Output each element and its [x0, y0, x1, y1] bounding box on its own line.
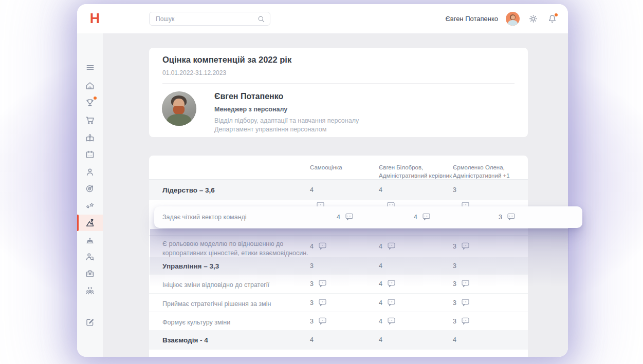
- comment-icon[interactable]: [507, 213, 515, 221]
- column-header-self: Самооцінка: [310, 163, 342, 171]
- assessment-header-card: Оцінка компетенцій за 2022 рік 01.01.202…: [149, 48, 528, 137]
- user-cluster: Євген Потапенко: [445, 4, 558, 33]
- comment-icon[interactable]: [319, 242, 326, 250]
- mountain-flag-icon[interactable]: [77, 215, 103, 231]
- score-value: 4: [379, 280, 383, 288]
- search-input[interactable]: [150, 15, 257, 23]
- score-value: 4: [379, 318, 383, 325]
- score-value: 3: [453, 186, 457, 194]
- table-row-category[interactable]: Управління – 3,3 3 4 3: [149, 257, 528, 275]
- score-value: 3: [453, 262, 457, 270]
- competency-table-card: Самооцінка Євген Білобров,Адміністративн…: [149, 156, 528, 357]
- score-value: 4: [337, 214, 341, 221]
- cart-icon[interactable]: [77, 112, 103, 128]
- table-row-category[interactable]: Лідерство – 3,6 4 4 3: [149, 180, 528, 200]
- calendar-icon[interactable]: [77, 146, 103, 163]
- sidebar: [77, 33, 103, 357]
- team-growth-icon[interactable]: [77, 282, 103, 299]
- employee-name: Євген Потапенко: [214, 92, 283, 101]
- global-search: [149, 12, 270, 26]
- score-value: 4: [310, 243, 314, 250]
- employee-position: Менеджер з персоналу: [214, 106, 287, 113]
- comment-icon[interactable]: [462, 299, 469, 306]
- score-value: 3: [310, 299, 314, 306]
- comment-icon[interactable]: [422, 213, 430, 221]
- table-row-criterion[interactable]: Формує культуру зміни 3 4 3: [149, 312, 528, 330]
- app-logo[interactable]: H: [86, 10, 103, 27]
- comment-icon[interactable]: [388, 299, 395, 306]
- search-icon: [257, 15, 265, 23]
- dragged-criterion-label: Задає чіткий вектор команді: [162, 214, 247, 221]
- home-icon[interactable]: [77, 78, 103, 94]
- content-area: Оцінка компетенцій за 2022 рік 01.01.202…: [103, 33, 568, 357]
- score-value: 4: [310, 186, 314, 194]
- trophy-icon[interactable]: [77, 94, 103, 111]
- table-row-category[interactable]: Взаємодія - 4 4 4 4: [149, 330, 528, 350]
- score-value: 4: [379, 299, 383, 306]
- score-value: 4: [453, 336, 457, 343]
- divider: [162, 83, 515, 84]
- score-value: 4: [379, 243, 383, 250]
- book-reader-icon[interactable]: [77, 130, 103, 146]
- top-bar: H Євген Потапенко: [77, 4, 568, 33]
- employee-division: Департамент управління персоналом: [214, 126, 326, 133]
- target-icon[interactable]: [77, 180, 103, 197]
- comment-icon[interactable]: [462, 317, 469, 325]
- table-row-criterion[interactable]: Є рольовою моделлю по відношенню до корп…: [149, 235, 528, 257]
- score-value: 3: [453, 299, 457, 306]
- notification-dot: [555, 13, 558, 16]
- page-title: Оцінка компетенцій за 2022 рік: [162, 55, 291, 65]
- comment-icon[interactable]: [319, 317, 326, 325]
- score-value: 3: [310, 280, 314, 288]
- notification-dot: [94, 97, 97, 100]
- score-value: 3: [499, 214, 503, 221]
- current-user-name: Євген Потапенко: [445, 15, 498, 23]
- score-value: 3: [453, 280, 457, 288]
- comment-icon[interactable]: [388, 317, 395, 325]
- briefcase-icon[interactable]: [77, 265, 103, 282]
- comment-icon[interactable]: [462, 280, 469, 288]
- score-value: 4: [414, 214, 418, 221]
- comment-icon[interactable]: [319, 280, 326, 288]
- dragged-table-row[interactable]: Задає чіткий вектор команді 4 4 3: [154, 206, 582, 228]
- employee-department: Відділ підбору, адаптації та навчання пе…: [214, 117, 359, 124]
- score-value: 4: [379, 262, 383, 270]
- compose-icon[interactable]: [77, 314, 103, 330]
- comment-icon[interactable]: [319, 299, 326, 306]
- score-value: 3: [310, 262, 314, 270]
- table-row-criterion[interactable]: Приймає стратегічні рішення за змін 3 4 …: [149, 293, 528, 312]
- score-value: 3: [453, 243, 457, 250]
- desktop-background: H Євген Потапенко: [0, 0, 643, 364]
- employee-avatar: [162, 91, 196, 126]
- user-search-icon[interactable]: [77, 248, 103, 265]
- cake-icon[interactable]: [77, 232, 103, 248]
- score-value: 3: [453, 318, 457, 325]
- column-header-reviewer2: Єрмоленко Олена,Адміністративний +1: [453, 163, 510, 180]
- column-header-reviewer1: Євген Білобров,Адміністративний керівник: [379, 163, 452, 180]
- score-value: 3: [310, 318, 314, 325]
- user-avatar[interactable]: [506, 12, 520, 26]
- table-row-criterion[interactable]: Ініціює зміни відповідно до стратегії 3 …: [149, 275, 528, 293]
- menu-icon[interactable]: [77, 59, 103, 75]
- comment-icon[interactable]: [388, 242, 395, 250]
- user-icon[interactable]: [77, 164, 103, 180]
- stars-icon[interactable]: [77, 197, 103, 214]
- comment-icon[interactable]: [462, 242, 469, 250]
- assessment-period: 01.01.2022-31.12.2023: [162, 69, 226, 76]
- table-header: Самооцінка Євген Білобров,Адміністративн…: [149, 156, 528, 180]
- score-value: 4: [379, 186, 383, 194]
- score-value: 4: [310, 336, 314, 343]
- app-window: H Євген Потапенко: [77, 4, 568, 357]
- bell-icon[interactable]: [546, 13, 558, 25]
- gear-icon[interactable]: [527, 13, 539, 25]
- comment-icon[interactable]: [388, 280, 395, 288]
- comment-icon[interactable]: [345, 213, 353, 221]
- score-value: 4: [379, 336, 383, 343]
